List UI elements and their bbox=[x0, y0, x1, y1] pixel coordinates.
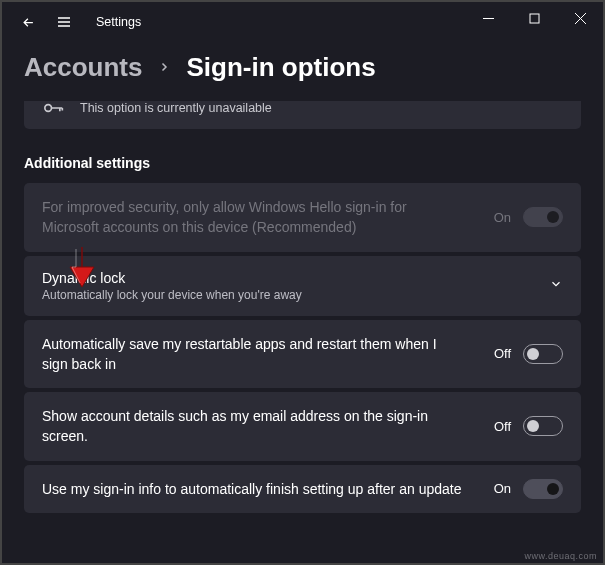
svg-point-1 bbox=[45, 105, 52, 112]
maximize-button[interactable] bbox=[511, 2, 557, 34]
breadcrumb: Accounts Sign-in options bbox=[2, 42, 603, 101]
row-dynamic-lock[interactable]: Dynamic lock Automatically lock your dev… bbox=[24, 256, 581, 316]
section-heading: Additional settings bbox=[24, 155, 581, 171]
row-account-details: Show account details such as my email ad… bbox=[24, 392, 581, 461]
arrow-left-icon bbox=[21, 15, 36, 30]
chevron-down-icon bbox=[549, 277, 563, 295]
unavailable-option-row: This option is currently unavailable bbox=[24, 101, 581, 129]
row-finish-setup: Use my sign-in info to automatically fin… bbox=[24, 465, 581, 513]
key-icon bbox=[42, 101, 66, 115]
row-finish-setup-toggle[interactable] bbox=[523, 479, 563, 499]
breadcrumb-current: Sign-in options bbox=[186, 52, 375, 83]
svg-rect-0 bbox=[530, 14, 539, 23]
hamburger-icon bbox=[56, 14, 72, 30]
maximize-icon bbox=[529, 13, 540, 24]
row-account-details-toggle[interactable] bbox=[523, 416, 563, 436]
close-button[interactable] bbox=[557, 2, 603, 34]
row-finish-setup-title: Use my sign-in info to automatically fin… bbox=[42, 479, 462, 499]
close-icon bbox=[575, 13, 586, 24]
row-finish-setup-state-label: On bbox=[494, 481, 511, 496]
row-hello-toggle bbox=[523, 207, 563, 227]
unavailable-text: This option is currently unavailable bbox=[80, 101, 272, 115]
app-title: Settings bbox=[96, 15, 141, 29]
row-hello-state-label: On bbox=[494, 210, 511, 225]
back-button[interactable] bbox=[10, 4, 46, 40]
row-account-details-state-label: Off bbox=[494, 419, 511, 434]
minimize-button[interactable] bbox=[465, 2, 511, 34]
minimize-icon bbox=[483, 13, 494, 24]
row-account-details-title: Show account details such as my email ad… bbox=[42, 406, 462, 447]
breadcrumb-parent[interactable]: Accounts bbox=[24, 52, 142, 83]
row-restartable-apps: Automatically save my restartable apps a… bbox=[24, 320, 581, 389]
row-restartable-title: Automatically save my restartable apps a… bbox=[42, 334, 462, 375]
row-restartable-toggle[interactable] bbox=[523, 344, 563, 364]
watermark: www.deuaq.com bbox=[524, 551, 597, 561]
chevron-right-icon bbox=[158, 57, 170, 78]
window-controls bbox=[465, 2, 603, 34]
row-hello-title: For improved security, only allow Window… bbox=[42, 197, 462, 238]
row-dynamic-subtitle: Automatically lock your device when you'… bbox=[42, 288, 535, 302]
row-dynamic-title: Dynamic lock bbox=[42, 270, 535, 286]
row-restartable-state-label: Off bbox=[494, 346, 511, 361]
content: This option is currently unavailable Add… bbox=[2, 101, 603, 513]
row-hello-only: For improved security, only allow Window… bbox=[24, 183, 581, 252]
menu-button[interactable] bbox=[46, 4, 82, 40]
